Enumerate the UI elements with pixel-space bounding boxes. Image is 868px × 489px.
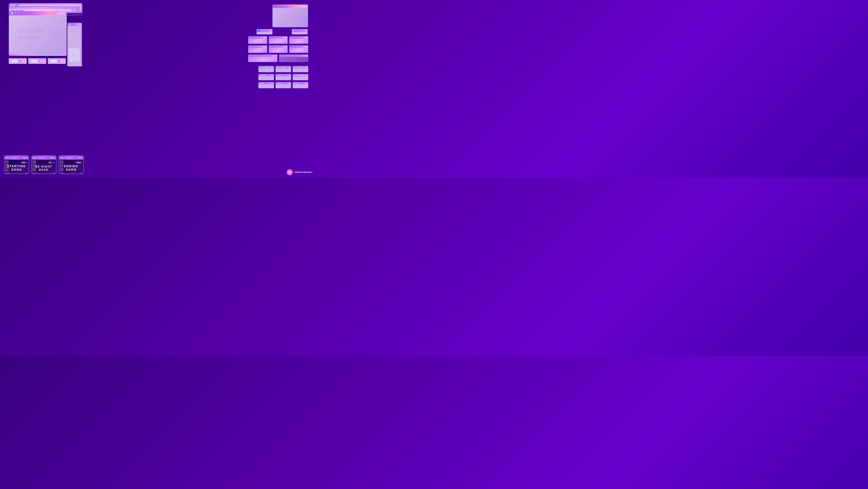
donate-btn1[interactable]: —	[303, 37, 305, 38]
alert-superchat-titlebar: SUPER CHAT	[276, 82, 291, 84]
right-panel-close[interactable]: ✕	[305, 5, 307, 7]
scene-brb-gear[interactable]: ⚙	[53, 173, 55, 174]
alert-gmem-min[interactable]	[305, 75, 306, 76]
scene-brb-close[interactable]: ✕	[54, 157, 55, 159]
main-plus-btn[interactable]: +	[11, 12, 14, 15]
donate-label: DONATE	[295, 40, 303, 42]
socials-btn2[interactable]: □	[274, 55, 275, 56]
right-panel-maximize[interactable]: □	[303, 5, 305, 7]
right-panel-minimize[interactable]: —	[300, 5, 302, 7]
rules-panel-btn[interactable]: ↙ — □ ✕ RULES	[248, 45, 267, 53]
scene-start-min[interactable]: —	[23, 157, 24, 159]
about-me-btn1[interactable]: —	[262, 37, 264, 38]
schedule-label-area: SCHEDULE	[289, 48, 308, 53]
scene-brb-btn1[interactable]: ⊞	[33, 157, 34, 159]
scene-start-btn1[interactable]: ⊞	[5, 157, 7, 159]
extra-btn2[interactable]: □	[305, 55, 306, 56]
alert-mem-min[interactable]	[271, 75, 272, 76]
about-me-panel-btn[interactable]: ↙ — □ ✕ ABOUT ME	[248, 36, 267, 44]
dollar-panel-close[interactable]: ✕	[305, 30, 307, 31]
alert-don-close[interactable]	[307, 67, 308, 68]
gear-panel-btn[interactable]: ↙ — □ ✕ GEAR	[269, 45, 288, 53]
gear-btn1[interactable]: —	[283, 46, 284, 47]
schedule-btn1[interactable]: —	[303, 46, 305, 47]
scene-start-max[interactable]: □	[25, 157, 26, 159]
alert-gsub-close[interactable]	[289, 75, 290, 76]
donation-send-btn-1[interactable]: SEND	[19, 60, 26, 63]
about-me-btn3[interactable]: ✕	[266, 37, 267, 38]
scene-end-close[interactable]: ✕	[81, 157, 83, 159]
alert-gmem-close[interactable]	[307, 75, 308, 76]
alert-gifted-sub: GIFTED SUB	[275, 74, 291, 80]
alert-fol-min[interactable]	[288, 67, 289, 68]
alert-gsub-min[interactable]	[288, 75, 289, 76]
donation-send-btn-2[interactable]: SEND	[38, 60, 45, 63]
alert-sub-min[interactable]: —	[271, 67, 272, 68]
scene-end-btn1[interactable]: ⊞	[60, 157, 61, 159]
main-maximize-btn[interactable]: □	[60, 12, 62, 15]
main-minimize-btn[interactable]: —	[57, 12, 59, 15]
discord-btn3[interactable]: ✕	[286, 37, 287, 38]
socials-btn1[interactable]: —	[273, 55, 274, 56]
scene-brb-bbar-btn[interactable]: SOURCE	[33, 173, 37, 174]
scene-start-btn2[interactable]: ⊞	[7, 157, 9, 159]
scene-brb-min[interactable]: —	[50, 157, 52, 159]
socials-panel-btn[interactable]: ↙ — □ ✕ SOCIALS	[248, 54, 278, 62]
alert-host-close[interactable]	[307, 83, 308, 84]
scene-start-close[interactable]: ✕	[26, 157, 28, 159]
chat-close-btn[interactable]: ✕	[80, 24, 81, 25]
alert-bits-close[interactable]	[272, 83, 273, 84]
discord-panel-btn[interactable]: ↙ — □ ✕ DISCORD	[269, 36, 288, 44]
alert-sc-min[interactable]	[288, 83, 289, 84]
browser-back-btn[interactable]: ◁	[10, 4, 12, 6]
scene-start-bbar-btn1[interactable]: SOURCE	[5, 173, 10, 174]
donate-panel-btn[interactable]: ↙ — □ ✕ DONATE	[289, 36, 308, 44]
schedule-panel-btn[interactable]: ↙ — □ ✕ SCHEDULE	[289, 45, 308, 53]
alert-bits-min[interactable]	[271, 83, 272, 84]
donation-input-2[interactable]	[31, 60, 37, 62]
scene-brb-max[interactable]: □	[52, 157, 53, 159]
donation-input-3[interactable]	[51, 60, 57, 62]
chat-scrollbar[interactable]	[80, 27, 82, 66]
scene-end-btn2[interactable]: ⊞	[62, 157, 63, 159]
alert-fol-close[interactable]	[289, 67, 290, 68]
alert-sub-close[interactable]: ✕	[272, 67, 273, 68]
extra-btn3[interactable]: ✕	[306, 55, 308, 56]
discord-btn1[interactable]: —	[283, 37, 284, 38]
gear-btn2[interactable]: □	[284, 46, 286, 47]
donate-btn3[interactable]: ✕	[306, 37, 308, 38]
about-me-btn2[interactable]: □	[264, 37, 265, 38]
alert-new-host: NEW HOST	[292, 82, 308, 88]
donate-btn2[interactable]: □	[305, 37, 306, 38]
browser-fwd-btn[interactable]: ▷	[13, 4, 15, 6]
alert-host-min[interactable]	[305, 83, 306, 84]
person-panel-close[interactable]: ✕	[270, 30, 272, 31]
schedule-btn3[interactable]: ✕	[306, 46, 308, 47]
donation-send-btn-3[interactable]: SEND	[58, 60, 65, 63]
scene-end-max[interactable]: □	[79, 157, 81, 159]
scene-end-min[interactable]: —	[78, 157, 79, 159]
main-close-btn[interactable]: ✕	[63, 12, 65, 15]
chat-minimize-btn[interactable]: —	[77, 24, 79, 25]
rules-btn1[interactable]: —	[262, 46, 264, 47]
browser-url-bar[interactable]	[19, 4, 78, 6]
discord-arrow: ↙	[270, 37, 271, 38]
discord-btn2[interactable]: □	[284, 37, 286, 38]
browser-scrollbar[interactable]	[80, 7, 81, 11]
scene-start-bbar-icon[interactable]: ⚙	[25, 173, 28, 174]
donation-input-1[interactable]	[11, 60, 18, 62]
rules-btn2[interactable]: □	[264, 46, 265, 47]
schedule-btn2[interactable]: □	[305, 46, 306, 47]
extra-panel-btn[interactable]: ↙ — □ ✕	[279, 54, 308, 62]
scene-end-gear[interactable]: ⚙	[80, 173, 83, 174]
socials-btn3[interactable]: ✕	[276, 55, 277, 56]
extra-btn1[interactable]: —	[303, 55, 305, 56]
scene-brb-btn2[interactable]: ⊞	[34, 157, 36, 159]
brand-logo: SD STREAM DESIGNZ™	[287, 169, 313, 175]
alert-mem-close[interactable]	[272, 75, 273, 76]
alert-sc-close[interactable]	[289, 83, 290, 84]
gear-btn3[interactable]: ✕	[286, 46, 287, 47]
alert-don-min[interactable]	[305, 67, 306, 68]
scene-end-bbar-btn[interactable]: SOURCE	[60, 173, 65, 174]
rules-btn3[interactable]: ✕	[266, 46, 267, 47]
